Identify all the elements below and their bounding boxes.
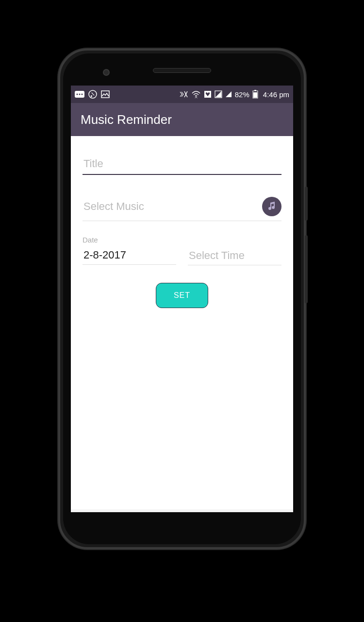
screen: 82% 4:46 pm Music Reminder — [71, 86, 293, 512]
notification-more-icon — [75, 91, 84, 98]
scroll-edge — [71, 509, 293, 512]
music-input[interactable] — [83, 196, 256, 217]
signal-icon — [215, 90, 222, 98]
whatsapp-icon — [88, 90, 97, 99]
time-input[interactable] — [188, 246, 281, 265]
date-input[interactable] — [83, 246, 176, 265]
svg-point-1 — [77, 94, 78, 95]
date-label: Date — [83, 236, 176, 244]
time-field — [188, 236, 281, 265]
music-field — [83, 196, 281, 221]
image-icon — [101, 90, 110, 98]
battery-icon — [252, 90, 258, 99]
svg-point-2 — [79, 94, 81, 95]
title-field — [83, 154, 281, 175]
battery-percent: 82% — [235, 90, 249, 99]
select-music-button[interactable] — [262, 197, 281, 216]
phone-speaker — [153, 68, 211, 73]
phone-camera — [103, 69, 110, 76]
svg-rect-11 — [253, 92, 257, 98]
phone-frame: 82% 4:46 pm Music Reminder — [58, 49, 306, 549]
date-field: Date — [83, 236, 176, 265]
signal-icon — [225, 91, 232, 98]
svg-point-6 — [196, 97, 197, 98]
svg-rect-5 — [101, 91, 109, 98]
phone-side-button — [305, 187, 308, 221]
set-button[interactable]: SET — [156, 283, 208, 308]
app-title: Music Reminder — [81, 112, 172, 127]
phone-bezel: 82% 4:46 pm Music Reminder — [63, 53, 301, 544]
svg-point-3 — [82, 94, 83, 95]
music-note-icon — [266, 201, 277, 213]
app-bar: Music Reminder — [71, 103, 293, 136]
clock-time: 4:46 pm — [263, 90, 289, 99]
vibrate-icon — [179, 90, 188, 98]
title-input[interactable] — [83, 154, 281, 175]
form-content: Date SET — [71, 136, 293, 326]
wifi-icon — [191, 90, 201, 98]
status-bar: 82% 4:46 pm — [71, 86, 293, 103]
phone-side-button — [305, 235, 308, 303]
heart-icon — [204, 90, 212, 98]
